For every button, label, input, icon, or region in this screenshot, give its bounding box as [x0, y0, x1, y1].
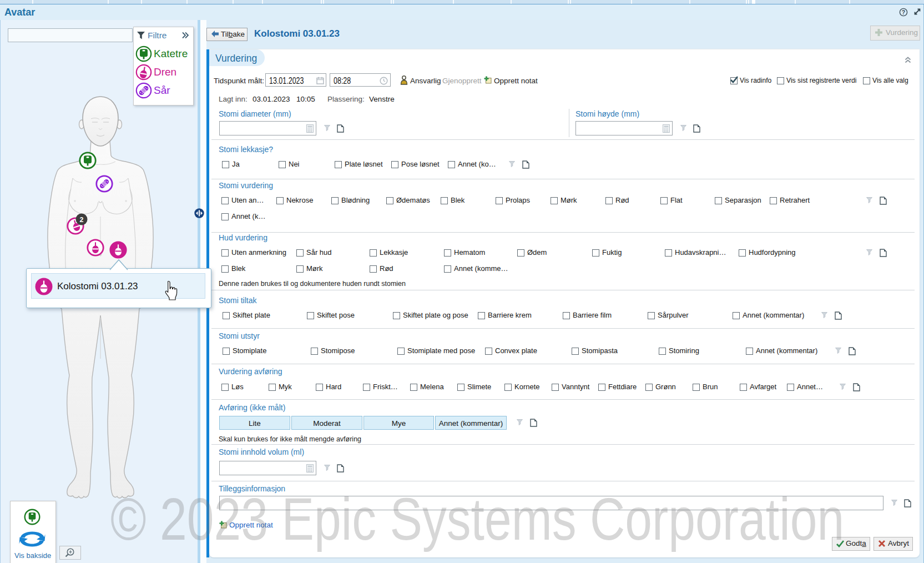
svg-text:2: 2 — [80, 216, 84, 224]
svg-text:?: ? — [902, 9, 905, 16]
